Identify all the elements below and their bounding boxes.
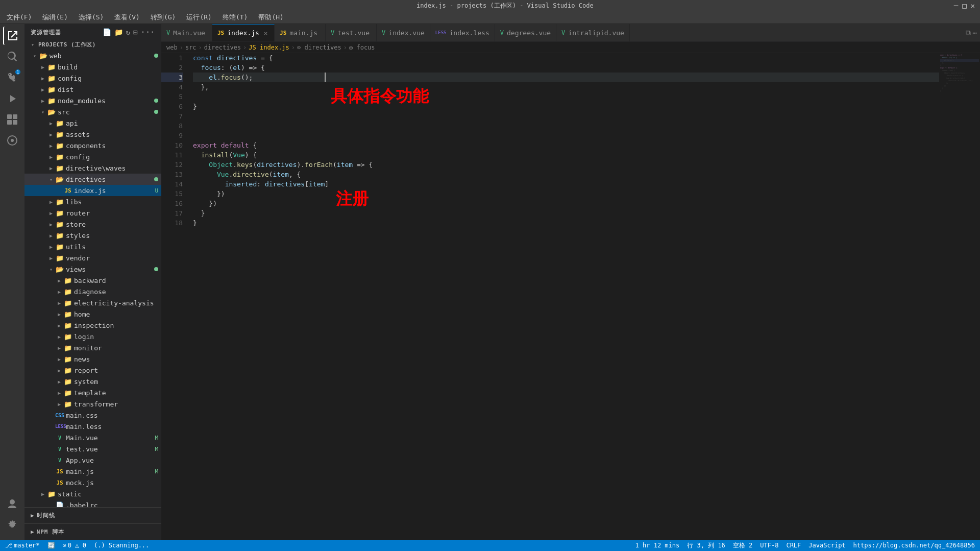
status-sync[interactable]: 🔄 (47, 542, 55, 549)
tab-degrees-vue[interactable]: V degrees.vue (495, 24, 556, 41)
menu-terminal[interactable]: 终端(T) (218, 12, 252, 23)
more-actions-icon[interactable]: ··· (141, 28, 155, 36)
breadcrumb-indexjs[interactable]: JS index.js (249, 44, 289, 51)
index-js-tab-close[interactable]: ✕ (262, 29, 269, 38)
sidebar-item-directives[interactable]: ▾ 📂 directives (24, 174, 161, 185)
sidebar-item-home[interactable]: ▶ 📁 home (24, 308, 161, 320)
sidebar-item-web[interactable]: ▾ 📂 web (24, 50, 161, 61)
sidebar-item-mock-js[interactable]: ▶ JS mock.js (24, 477, 161, 488)
breadcrumb-focus[interactable]: ◎ focus (349, 44, 375, 51)
sidebar-item-assets[interactable]: ▶ 📁 assets (24, 129, 161, 140)
sidebar-item-store[interactable]: ▶ 📁 store (24, 219, 161, 230)
settings-activity-icon[interactable] (3, 516, 21, 535)
menu-goto[interactable]: 转到(G) (146, 12, 180, 23)
sidebar-item-backward[interactable]: ▶ 📁 backward (24, 275, 161, 286)
sidebar-item-transformer[interactable]: ▶ 📁 transformer (24, 398, 161, 410)
sidebar-item-components[interactable]: ▶ 📁 components (24, 140, 161, 151)
sidebar-item-app-vue[interactable]: ▶ V App.vue (24, 454, 161, 466)
sidebar-item-test-vue[interactable]: ▶ V test.vue M (24, 443, 161, 454)
breadcrumb-web[interactable]: web (166, 44, 178, 51)
menu-help[interactable]: 帮助(H) (254, 12, 287, 23)
minimize-button[interactable]: ─ (954, 2, 958, 10)
new-folder-icon[interactable]: 📁 (114, 28, 124, 36)
status-encoding[interactable]: UTF-8 (760, 542, 778, 549)
sidebar-item-report[interactable]: ▶ 📁 report (24, 365, 161, 376)
close-button[interactable]: ✕ (971, 2, 975, 10)
sidebar-item-system[interactable]: ▶ 📁 system (24, 376, 161, 387)
menu-file[interactable]: 文件(F) (3, 12, 36, 23)
window-controls[interactable]: ─ □ ✕ (954, 2, 975, 10)
status-spaces[interactable]: 空格 2 (733, 541, 752, 550)
maximize-button[interactable]: □ (962, 2, 966, 10)
breadcrumb-directives-sym[interactable]: ⊙ directives (297, 44, 341, 51)
sidebar-item-news[interactable]: ▶ 📁 news (24, 353, 161, 365)
collapse-all-icon[interactable]: ⊟ (133, 28, 138, 36)
new-file-icon[interactable]: 📄 (103, 28, 112, 36)
sidebar-item-build[interactable]: ▶ 📁 build (24, 61, 161, 73)
menu-select[interactable]: 选择(S) (75, 12, 108, 23)
tab-main-js[interactable]: JS main.js (275, 24, 326, 41)
timeline-header[interactable]: ▶ 时间线 (24, 510, 161, 521)
status-time[interactable]: 1 hr 12 mins (635, 542, 680, 549)
search-activity-icon[interactable] (3, 47, 21, 66)
sidebar-item-libs[interactable]: ▶ 📁 libs (24, 196, 161, 207)
sidebar-item-src[interactable]: ▾ 📂 src (24, 106, 161, 117)
sidebar-item-main-less[interactable]: ▶ LESS main.less (24, 421, 161, 432)
status-errors[interactable]: ⊙ 0 △ 0 (63, 542, 86, 549)
sidebar-item-static[interactable]: ▶ 📁 static (24, 488, 161, 499)
sidebar-item-utils[interactable]: ▶ 📁 utils (24, 241, 161, 252)
status-language[interactable]: JavaScript (808, 542, 845, 549)
more-tabs-icon[interactable]: ⋯ (973, 29, 977, 37)
sidebar-item-login[interactable]: ▶ 📁 login (24, 331, 161, 342)
breadcrumb-directives[interactable]: directives (204, 44, 241, 51)
sidebar-item-directive-waves[interactable]: ▶ 📁 directive\waves (24, 162, 161, 174)
split-editor-icon[interactable]: ⧉ (966, 29, 971, 37)
debug-activity-icon[interactable] (3, 89, 21, 108)
sidebar-item-index-js[interactable]: ▶ JS index.js U (24, 185, 161, 196)
tab-intralipid-vue[interactable]: V intralipid.vue (556, 24, 630, 41)
status-url[interactable]: https://blog.csdn.net/qq_42648856 (853, 542, 975, 549)
tab-index-less[interactable]: LESS index.less (430, 24, 495, 41)
sidebar-item-api[interactable]: ▶ 📁 api (24, 117, 161, 129)
status-branch[interactable]: ⎇ master* (5, 542, 40, 549)
code-line-6: } (193, 102, 939, 111)
remote-activity-icon[interactable] (3, 131, 21, 150)
sidebar-item-node-modules[interactable]: ▶ 📁 node_modules (24, 95, 161, 106)
sidebar-item-router[interactable]: ▶ 📁 router (24, 207, 161, 219)
sidebar-item-styles[interactable]: ▶ 📁 styles (24, 230, 161, 241)
extensions-activity-icon[interactable] (3, 110, 21, 129)
sidebar-item-inspection[interactable]: ▶ 📁 inspection (24, 320, 161, 331)
sidebar-item-monitor[interactable]: ▶ 📁 monitor (24, 342, 161, 353)
account-activity-icon[interactable] (3, 495, 21, 514)
status-eol[interactable]: CRLF (786, 542, 801, 549)
sidebar-item-main-js[interactable]: ▶ JS main.js M (24, 466, 161, 477)
menu-view[interactable]: 查看(V) (110, 12, 143, 23)
sidebar-item-main-vue[interactable]: ▶ V Main.vue M (24, 432, 161, 443)
sidebar-item-vendor[interactable]: ▶ 📁 vendor (24, 252, 161, 263)
sidebar-item-config2[interactable]: ▶ 📁 config (24, 151, 161, 162)
menu-edit[interactable]: 编辑(E) (38, 12, 71, 23)
sidebar-item-babelrc[interactable]: ▶ 📄 .babelrc (24, 499, 161, 507)
status-position[interactable]: 行 3, 列 16 (687, 541, 725, 550)
source-control-activity-icon[interactable]: 1 (3, 68, 21, 87)
sidebar-item-main-css[interactable]: ▶ CSS main.css (24, 410, 161, 421)
sidebar-item-config[interactable]: ▶ 📁 config (24, 73, 161, 84)
npm-scripts-header[interactable]: ▶ NPM 脚本 (24, 526, 161, 538)
code-area[interactable]: const directives = { focus: (el) => { el… (188, 53, 939, 540)
sidebar-item-diagnose[interactable]: ▶ 📁 diagnose (24, 286, 161, 297)
sidebar-item-electricity-analysis[interactable]: ▶ 📁 electricity-analysis (24, 297, 161, 308)
backward-folder-icon: 📁 (63, 277, 72, 284)
project-header[interactable]: ▾ PROJECTS (工作区) (24, 39, 161, 50)
sidebar-item-template[interactable]: ▶ 📁 template (24, 387, 161, 398)
refresh-icon[interactable]: ↻ (126, 28, 131, 36)
menu-run[interactable]: 运行(R) (182, 12, 215, 23)
tab-main-vue[interactable]: V Main.vue (161, 24, 212, 41)
status-scanning[interactable]: (.) Scanning... (94, 542, 149, 549)
tab-test-vue[interactable]: V test.vue (326, 24, 377, 41)
tab-index-js[interactable]: JS index.js ✕ (212, 24, 275, 41)
sidebar-item-dist[interactable]: ▶ 📁 dist (24, 84, 161, 95)
tab-index-vue[interactable]: V index.vue (377, 24, 430, 41)
breadcrumb-src[interactable]: src (185, 44, 197, 51)
sidebar-item-views[interactable]: ▾ 📂 views (24, 263, 161, 275)
explorer-activity-icon[interactable] (3, 27, 21, 45)
